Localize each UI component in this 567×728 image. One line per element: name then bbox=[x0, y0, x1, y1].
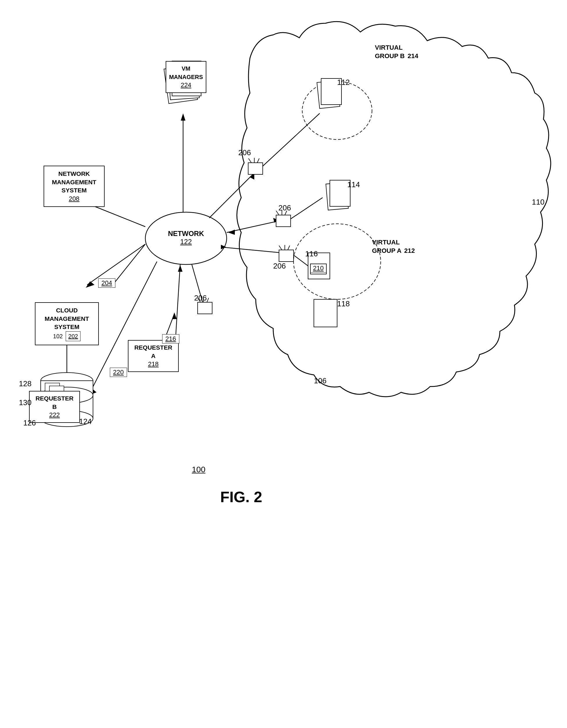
nms-label: NETWORK MANAGEMENT SYSTEM bbox=[52, 170, 96, 194]
cms-label: CLOUD MANAGEMENT SYSTEM bbox=[45, 307, 89, 330]
requester-b-number: 222 bbox=[49, 411, 60, 418]
router206d bbox=[198, 302, 212, 314]
line-206a-112 bbox=[260, 113, 320, 169]
nms-box: NETWORK MANAGEMENT SYSTEM 208 bbox=[44, 166, 105, 207]
line-network-206a bbox=[209, 174, 253, 218]
n116-label: 116 bbox=[305, 249, 318, 258]
vm-managers-box: VM MANAGERS 224 bbox=[166, 61, 206, 93]
arrow-vm bbox=[181, 113, 185, 121]
vgroup-a-oval bbox=[294, 224, 381, 299]
router206a-ant3 bbox=[257, 158, 259, 163]
n206d-label: 206 bbox=[194, 294, 207, 303]
box220: 220 bbox=[110, 368, 127, 377]
figure-label: FIG. 2 bbox=[198, 488, 285, 506]
router206c-ant3 bbox=[288, 246, 290, 250]
n216-label: 216 bbox=[165, 335, 176, 342]
vm-managers-label: VM MANAGERS bbox=[169, 65, 203, 80]
requester-a-label: REQUESTER A bbox=[134, 344, 172, 359]
diagram-container: VM MANAGERS 224 NETWORK MANAGEMENT SYSTE… bbox=[0, 0, 567, 728]
n114-label: 114 bbox=[347, 180, 360, 189]
network-label-container: NETWORK 122 bbox=[145, 230, 227, 246]
line-206b-114 bbox=[288, 198, 323, 221]
n130-label: 130 bbox=[19, 398, 31, 407]
arrow-into-net1 bbox=[228, 230, 235, 235]
requester-a-box: REQUESTER A 218 bbox=[128, 340, 179, 372]
router206a-ant1 bbox=[248, 158, 251, 163]
n106-label: 106 bbox=[314, 376, 326, 385]
n210-label: 210 bbox=[313, 264, 324, 272]
vgroupa-label-container: VIRTUALGROUP A 212 bbox=[372, 238, 415, 255]
n128-label: 128 bbox=[19, 379, 31, 388]
line-network-206c bbox=[221, 247, 282, 253]
box216: 216 bbox=[162, 334, 179, 344]
network-number: 122 bbox=[145, 238, 227, 246]
n110-label: 110 bbox=[532, 198, 544, 207]
vgroupb-label-container: VIRTUALGROUP B 214 bbox=[375, 44, 418, 60]
vgroupb-number: 214 bbox=[407, 52, 418, 60]
vgroupb-label: VIRTUALGROUP B bbox=[375, 44, 405, 60]
box210: 210 bbox=[310, 264, 326, 273]
diagram-svg bbox=[0, 0, 567, 728]
arrow-reqa-up bbox=[178, 265, 183, 272]
box204: 204 bbox=[98, 278, 115, 288]
requester-b-label: REQUESTER B bbox=[35, 395, 74, 410]
router206c bbox=[279, 250, 294, 262]
n124-label: 124 bbox=[79, 417, 92, 426]
router206a bbox=[248, 163, 263, 174]
cms-number-bot: 202 bbox=[68, 333, 78, 339]
router206b bbox=[276, 215, 291, 227]
nms-number: 208 bbox=[69, 195, 80, 202]
line-network-cms bbox=[87, 244, 145, 285]
line-204-network bbox=[110, 244, 145, 288]
arrow-220-up bbox=[172, 312, 177, 319]
router206d-ant3 bbox=[207, 298, 209, 302]
requester-b-box: REQUESTER B 222 bbox=[29, 391, 80, 423]
n206c-label: 206 bbox=[273, 262, 286, 271]
cms-number-top: 102 bbox=[53, 333, 63, 339]
n204-label: 204 bbox=[101, 279, 112, 287]
diagram-number: 100 bbox=[192, 465, 205, 474]
network-label: NETWORK bbox=[145, 230, 227, 238]
vm-managers-number: 224 bbox=[181, 81, 192, 89]
node118-icon bbox=[314, 299, 337, 327]
vgroupa-number: 212 bbox=[404, 247, 415, 254]
requester-a-number: 218 bbox=[148, 360, 159, 368]
n220-label: 220 bbox=[113, 369, 124, 376]
n112-label: 112 bbox=[337, 78, 350, 87]
vgroupa-label: VIRTUALGROUP A bbox=[372, 239, 401, 254]
n126-label: 126 bbox=[23, 418, 36, 428]
router206c-ant1 bbox=[279, 246, 282, 250]
n206b-label: 206 bbox=[278, 203, 291, 212]
n118-label: 118 bbox=[337, 299, 350, 308]
cms-box: CLOUD MANAGEMENT SYSTEM 102 202 bbox=[35, 302, 99, 345]
n206a-label: 206 bbox=[238, 148, 251, 157]
